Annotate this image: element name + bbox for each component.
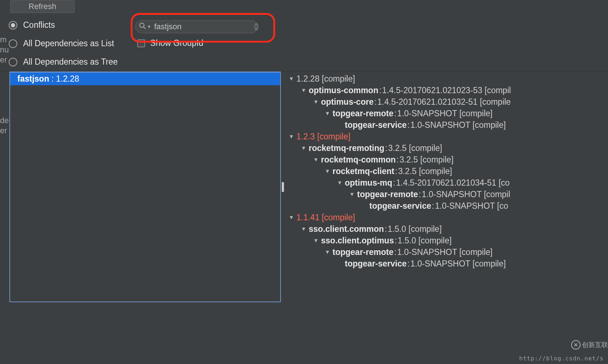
radio-all-tree[interactable]: All Dependencies as Tree xyxy=(9,57,118,67)
tree-node-version: 1.5.0 [compile] xyxy=(388,223,442,235)
twisty-expanded-icon[interactable]: ▼ xyxy=(312,154,320,165)
radio-conflicts[interactable]: Conflicts xyxy=(9,20,118,30)
twisty-expanded-icon[interactable]: ▼ xyxy=(324,108,331,119)
twisty-expanded-icon[interactable]: ▼ xyxy=(300,223,307,235)
tree-node-version: 1.0-SNAPSHOT [compile] xyxy=(411,258,506,269)
tree-row[interactable]: ▼sso.client.common : 1.5.0 [compile] xyxy=(286,223,607,235)
tree-row[interactable]: topgear-service : 1.0-SNAPSHOT [co xyxy=(286,200,607,212)
tree-node-sep: : xyxy=(407,258,409,269)
tree-node-version: 1.0-SNAPSHOT [compile] xyxy=(411,119,506,131)
tree-node-version-label: 1.1.41 [compile] xyxy=(296,212,355,223)
show-groupid-checkbox[interactable]: Show GroupId xyxy=(137,38,258,48)
tree-node-name: topgear-service xyxy=(345,119,407,131)
tree-node-version: 3.2.5 [compile] xyxy=(388,142,442,154)
tree-node-sep: : xyxy=(396,154,399,165)
tree-node-name: topgear-service xyxy=(345,258,407,269)
tree-row[interactable]: ▼1.2.28 [compile] xyxy=(286,73,607,84)
tree-row[interactable]: ▼1.2.3 [compile] xyxy=(286,131,607,142)
twisty-expanded-icon[interactable]: ▼ xyxy=(324,246,331,258)
radio-icon xyxy=(9,21,17,30)
tree-node-name: topgear-service xyxy=(369,200,431,212)
tree-node-version: 1.4.5-20170621.021034-51 [co xyxy=(396,177,510,188)
tree-node-name: rocketmq-client xyxy=(333,165,394,177)
tree-node-name: optimus-mq xyxy=(345,177,392,188)
tree-row[interactable]: ▼rocketmq-common : 3.2.5 [compile] xyxy=(286,154,607,165)
tree-node-sep: : xyxy=(394,108,396,119)
search-input[interactable] xyxy=(153,22,254,32)
svg-point-0 xyxy=(140,23,144,27)
twisty-expanded-icon[interactable]: ▼ xyxy=(288,212,295,223)
tree-row[interactable]: ▼sso.client.optimus : 1.5.0 [compile] xyxy=(286,235,607,246)
tree-node-sep: : xyxy=(385,142,387,154)
radio-label: Conflicts xyxy=(23,20,55,30)
twisty-expanded-icon[interactable]: ▼ xyxy=(336,177,343,188)
radio-label: All Dependencies as List xyxy=(23,39,114,48)
twisty-expanded-icon[interactable]: ▼ xyxy=(300,142,307,154)
result-name: fastjson xyxy=(17,74,49,83)
tree-node-name: optimus-common xyxy=(309,84,378,96)
tree-node-sep: : xyxy=(374,96,377,108)
tree-node-sep: : xyxy=(395,235,397,246)
watermark-brand: 创新互联 xyxy=(582,341,608,349)
tree-node-version: 3.2.5 [compile] xyxy=(399,154,453,165)
tree-row[interactable]: ▼optimus-core : 1.4.5-20170621.021032-51… xyxy=(286,96,607,108)
result-version: 1.2.28 xyxy=(56,74,79,83)
panel-splitter[interactable] xyxy=(281,72,285,302)
tree-row[interactable]: ▼optimus-mq : 1.4.5-20170621.021034-51 [… xyxy=(286,177,607,188)
tree-node-version: 1.5.0 [compile] xyxy=(398,235,452,246)
chevron-down-icon[interactable]: ▼ xyxy=(147,24,151,29)
tree-node-name: optimus-core xyxy=(321,96,374,108)
tree-node-version: 1.0-SNAPSHOT [compile] xyxy=(397,108,492,119)
checkbox-icon xyxy=(137,39,145,47)
results-panel: fastjson : 1.2.28 xyxy=(9,72,281,302)
logo-icon: ✕ xyxy=(571,340,581,350)
tree-node-sep: : xyxy=(379,84,381,96)
tree-node-version-label: 1.2.28 [compile] xyxy=(296,73,355,84)
twisty-expanded-icon[interactable]: ▼ xyxy=(288,131,295,142)
twisty-expanded-icon[interactable]: ▼ xyxy=(300,84,307,96)
tree-node-name: topgear-remote xyxy=(333,108,394,119)
tree-node-version: 3.2.5 [compile] xyxy=(398,165,452,177)
tree-node-name: topgear-remote xyxy=(333,246,394,258)
watermark-url: http://blog.csdn.net/s xyxy=(519,355,604,362)
tree-node-sep: : xyxy=(395,165,397,177)
twisty-expanded-icon[interactable]: ▼ xyxy=(312,96,320,108)
tree-node-version: 1.4.5-20170621.021032-51 [compile xyxy=(377,96,511,108)
refresh-button[interactable]: Refresh xyxy=(10,0,75,13)
tree-node-version: 1.0-SNAPSHOT [compil xyxy=(422,188,510,200)
tree-row[interactable]: ▼topgear-remote : 1.0-SNAPSHOT [compile] xyxy=(286,108,607,119)
tree-node-version: 1.0-SNAPSHOT [compile] xyxy=(397,246,492,258)
twisty-expanded-icon[interactable]: ▼ xyxy=(312,235,320,246)
tree-node-name: topgear-remote xyxy=(357,188,418,200)
splitter-grip-icon xyxy=(282,182,284,192)
result-row[interactable]: fastjson : 1.2.28 xyxy=(10,73,280,85)
twisty-expanded-icon[interactable]: ▼ xyxy=(288,73,295,84)
twisty-expanded-icon[interactable]: ▼ xyxy=(324,165,331,177)
tree-node-name: rocketmq-remoting xyxy=(309,142,385,154)
tree-row[interactable]: ▼topgear-remote : 1.0-SNAPSHOT [compile] xyxy=(286,246,607,258)
tree-node-name: sso.client.optimus xyxy=(321,235,394,246)
tree-row[interactable]: ▼rocketmq-client : 3.2.5 [compile] xyxy=(286,165,607,177)
radio-all-list[interactable]: All Dependencies as List xyxy=(9,39,118,48)
tree-node-sep: : xyxy=(419,188,421,200)
dependency-tree-panel: ▼1.2.28 [compile]▼optimus-common : 1.4.5… xyxy=(285,72,608,302)
twisty-expanded-icon[interactable]: ▼ xyxy=(348,188,356,200)
tree-row[interactable]: ▼topgear-remote : 1.0-SNAPSHOT [compil xyxy=(286,188,607,200)
clear-search-icon[interactable]: ✕ xyxy=(254,23,259,31)
tree-node-sep: : xyxy=(432,200,434,212)
tree-row[interactable]: ▼rocketmq-remoting : 3.2.5 [compile] xyxy=(286,142,607,154)
tree-row[interactable]: topgear-service : 1.0-SNAPSHOT [compile] xyxy=(286,119,607,131)
search-field[interactable]: ▼ ✕ xyxy=(135,20,258,33)
tree-node-version: 1.4.5-20170621.021023-53 [compil xyxy=(382,84,511,96)
radio-icon xyxy=(9,39,17,48)
radio-icon xyxy=(9,58,17,66)
tree-row[interactable]: ▼1.1.41 [compile] xyxy=(286,212,607,223)
tree-node-version: 1.0-SNAPSHOT [co xyxy=(435,200,508,212)
tree-node-sep: : xyxy=(407,119,409,131)
tree-row[interactable]: ▼optimus-common : 1.4.5-20170621.021023-… xyxy=(286,84,607,96)
radio-label: All Dependencies as Tree xyxy=(23,57,118,67)
watermark-logo: ✕ 创新互联 xyxy=(571,340,608,350)
tree-node-sep: : xyxy=(394,246,396,258)
svg-line-1 xyxy=(144,27,146,29)
tree-row[interactable]: topgear-service : 1.0-SNAPSHOT [compile] xyxy=(286,258,607,269)
